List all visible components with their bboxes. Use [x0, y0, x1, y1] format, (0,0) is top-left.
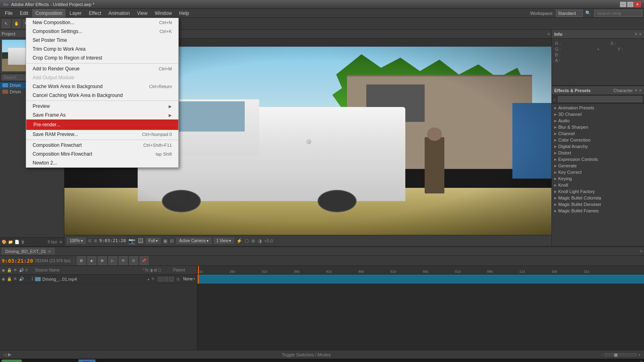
taskbar-ae[interactable]: Ae	[78, 360, 95, 362]
tl-btn-4[interactable]: ▷	[108, 256, 117, 265]
camera-control[interactable]: Active Camera ▾	[176, 238, 211, 244]
menu-newton[interactable]: Newton 2...	[26, 158, 178, 167]
menu-view[interactable]: View	[134, 9, 151, 17]
effect-expression-controls[interactable]: ▶ Expression Controls	[552, 156, 644, 162]
workspace-select[interactable]: Standard	[556, 10, 583, 17]
tl-btn-7[interactable]: 📌	[140, 256, 149, 265]
tl-btn-2[interactable]: ◈	[87, 256, 96, 265]
menu-effect[interactable]: Effect	[86, 9, 104, 17]
layer-solo-btn[interactable]: ◉	[2, 277, 5, 281]
menu-add-render-queue[interactable]: Add to Render Queue Ctrl+M	[26, 64, 178, 73]
switch-3[interactable]	[169, 277, 174, 282]
menu-crop-comp[interactable]: Crop Comp to Region of Interest	[26, 53, 178, 62]
view-control[interactable]: 1 View ▾	[214, 238, 234, 244]
guides-icon[interactable]: ⊕	[251, 238, 255, 244]
effect-generate[interactable]: ▶ Generate	[552, 162, 644, 169]
play-icon[interactable]: ▶	[8, 352, 11, 357]
menu-trim-comp[interactable]: Trim Comp to Work Area	[26, 45, 178, 53]
motion-blur-icon[interactable]: ◑	[258, 238, 262, 244]
zoom-in-icon[interactable]: +	[638, 352, 641, 357]
layer-audio-btn[interactable]: 🔊	[19, 277, 24, 281]
effect-knoll-light-factory[interactable]: ▶ Knoll Light Factory	[552, 188, 644, 195]
effect-audio[interactable]: ▶ Audio	[552, 117, 644, 124]
menu-animation[interactable]: Animation	[105, 9, 133, 17]
effect-magic-bullet-frames[interactable]: ▶ Magic Bullet Frames	[552, 208, 644, 214]
menu-save-frame-as[interactable]: Save Frame As ▶	[26, 111, 178, 119]
tool-select[interactable]: ↖	[2, 19, 10, 28]
parent-dropdown[interactable]: None ▾	[183, 277, 195, 281]
menu-set-poster-time[interactable]: Set Poster Time	[26, 36, 178, 45]
menu-pre-render[interactable]: Pre-render...	[26, 119, 178, 130]
render-icon[interactable]: ⚡	[236, 238, 242, 244]
prev-frame-icon[interactable]: ◁	[3, 352, 6, 357]
effect-distort[interactable]: ▶ Distort	[552, 150, 644, 156]
info-panel-menu[interactable]: ≡	[639, 32, 642, 36]
menu-help[interactable]: Help	[176, 9, 192, 17]
close-button[interactable]: ✕	[634, 2, 641, 7]
tl-btn-5[interactable]: ⟲	[119, 256, 128, 265]
effect-channel[interactable]: ▶ Channel	[552, 130, 644, 137]
menu-new-composition[interactable]: New Composition... Ctrl+N	[26, 18, 178, 27]
effect-knoll[interactable]: ▶ Knoll	[552, 182, 644, 188]
effect-animation-presets[interactable]: ▶ Animation Presets	[552, 105, 644, 111]
switch-2[interactable]	[163, 277, 168, 282]
fit-icon[interactable]: ⊟	[88, 239, 91, 243]
playhead[interactable]	[198, 266, 199, 274]
taskbar-download[interactable]: ↓	[69, 360, 78, 362]
tool-hand[interactable]: ✋	[12, 19, 21, 28]
transparency-icon[interactable]: ▣	[163, 238, 167, 244]
comp-panel-menu[interactable]: ≡	[547, 32, 550, 36]
layer-lock-btn[interactable]: 🔒	[7, 277, 12, 281]
layer-row-1[interactable]: ◉ 🔒 👁 🔊 1 Driving_...01.mp4 ⬥ ✎ ◎ None ▾	[0, 275, 197, 284]
info-panel-close[interactable]: ✕	[634, 32, 638, 36]
menu-edit[interactable]: Edit	[17, 9, 31, 17]
quality-control[interactable]: Full ▾	[146, 238, 161, 244]
effects-panel-menu[interactable]: ≡	[639, 88, 642, 93]
effect-magic-bullet-colorista[interactable]: ▶ Magic Bullet Colorista	[552, 195, 644, 201]
effect-key-correct[interactable]: ▶ Key Correct	[552, 169, 644, 175]
menu-composition-settings[interactable]: Composition Settings... Ctrl+K	[26, 27, 178, 36]
layer-vis-btn[interactable]: 👁	[13, 277, 17, 281]
taskbar-ie[interactable]: e	[22, 360, 32, 362]
zoom-out-icon[interactable]: -	[601, 352, 603, 357]
effect-color-correction[interactable]: ▶ Color Correction	[552, 137, 644, 143]
effect-magic-bullet-denoiser[interactable]: ▶ Magic Bullet Denoiser	[552, 201, 644, 208]
menu-save-ram-preview[interactable]: Save RAM Preview... Ctrl+Numpad 0	[26, 130, 178, 139]
effects-panel-close[interactable]: ✕	[634, 88, 638, 93]
effect-digital-anarchy[interactable]: ▶ Digital Anarchy	[552, 143, 644, 150]
effect-keying[interactable]: ▶ Keying	[552, 175, 644, 182]
effect-3d-channel[interactable]: ▶ 3D Channel	[552, 111, 644, 117]
switch-1[interactable]	[158, 277, 163, 282]
character-tab[interactable]: Character	[613, 88, 633, 93]
menu-comp-mini-flowchart[interactable]: Composition Mini-Flowchart tap Shift	[26, 150, 178, 158]
tl-btn-1[interactable]: ⊞	[77, 256, 86, 265]
3d-icon[interactable]: ⬡	[245, 238, 249, 244]
menu-layer[interactable]: Layer	[66, 9, 85, 17]
tl-btn-3[interactable]: ⊕	[98, 256, 107, 265]
timeline-panel-menu[interactable]: ≡	[640, 249, 642, 253]
menu-file[interactable]: File	[2, 9, 16, 17]
taskbar-firefox[interactable]: 🌐	[56, 360, 69, 362]
effect-blur-sharpen[interactable]: ▶ Blur & Sharpen	[552, 124, 644, 130]
maximize-button[interactable]: □	[627, 2, 634, 7]
minimize-button[interactable]: ─	[620, 2, 626, 7]
menu-cancel-caching[interactable]: Cancel Caching Work Area in Background	[26, 91, 178, 100]
taskbar-explorer[interactable]: 📁	[32, 360, 45, 362]
effects-search-input[interactable]	[558, 96, 642, 102]
tl-btn-6[interactable]: ⊙	[129, 256, 138, 265]
search-input[interactable]	[594, 10, 642, 17]
snapshot-icon[interactable]: 📷	[128, 238, 135, 244]
zoom-control[interactable]: 100% ▾	[67, 238, 86, 244]
timeline-tab-close[interactable]: ✕	[48, 249, 51, 254]
start-button[interactable]: Start	[2, 360, 22, 362]
pixel-icon[interactable]: ⊞	[94, 239, 97, 243]
menu-window[interactable]: Window	[151, 9, 175, 17]
zoom-slider[interactable]	[605, 353, 637, 356]
show-snapshot-icon[interactable]: 🖼	[138, 238, 143, 244]
grid-icon[interactable]: ⊞	[170, 238, 174, 244]
menu-cache-work-area[interactable]: Cache Work Area in Background Ctrl+Retur…	[26, 82, 178, 91]
track-bar-1[interactable]	[197, 275, 644, 284]
timeline-tab-main[interactable]: Driving_BD_EXT_01 ✕	[2, 248, 55, 255]
menu-preview[interactable]: Preview ▶	[26, 102, 178, 111]
menu-comp-flowchart[interactable]: Composition Flowchart Ctrl+Shift+F11	[26, 141, 178, 150]
